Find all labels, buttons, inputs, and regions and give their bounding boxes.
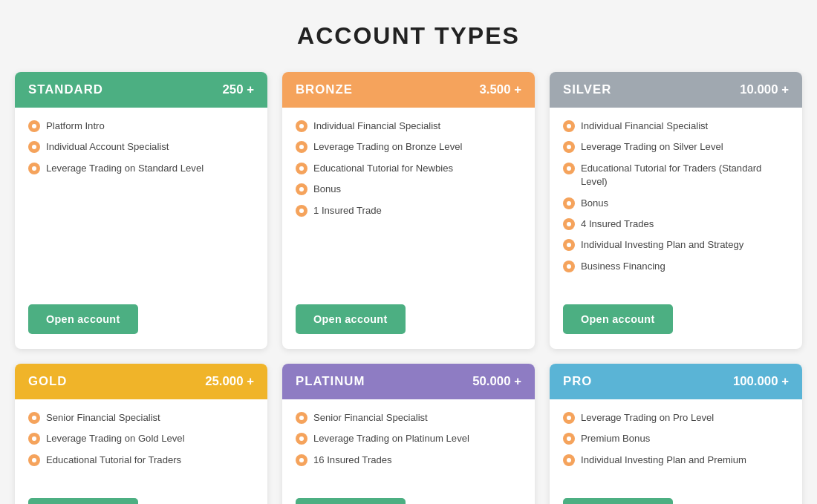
check-icon: [296, 454, 307, 466]
feature-text: 1 Insured Trade: [313, 204, 382, 217]
feature-text: Bonus: [581, 197, 608, 210]
card-body-silver: Individual Financial SpecialistLeverage …: [550, 108, 802, 292]
feature-text: Bonus: [313, 183, 341, 196]
list-item: Leverage Trading on Pro Level: [563, 411, 789, 425]
account-min-standard: 250 +: [223, 82, 254, 97]
card-footer-bronze: Open account: [282, 292, 535, 349]
feature-text: Individual Financial Specialist: [313, 120, 440, 133]
card-footer-platinum: Open account: [282, 486, 535, 504]
feature-text: Leverage Trading on Gold Level: [46, 432, 185, 445]
check-icon: [296, 141, 307, 153]
card-footer-standard: Open account: [15, 292, 267, 349]
feature-text: Business Financing: [581, 260, 665, 273]
check-icon: [563, 454, 575, 466]
check-icon: [563, 218, 575, 230]
list-item: Educational Tutorial for Traders: [28, 454, 254, 467]
card-pro: PRO100.000 +Leverage Trading on Pro Leve…: [550, 364, 802, 504]
account-min-pro: 100.000 +: [733, 374, 789, 389]
card-body-platinum: Senior Financial SpecialistLeverage Trad…: [282, 399, 535, 486]
feature-text: Individual Financial Specialist: [581, 120, 708, 133]
feature-text: Educational Tutorial for Newbies: [313, 162, 453, 175]
feature-text: Senior Financial Specialist: [313, 411, 428, 425]
check-icon: [563, 120, 575, 132]
open-account-button-standard[interactable]: Open account: [28, 304, 138, 334]
list-item: Bonus: [563, 197, 789, 210]
card-bronze: BRONZE3.500 +Individual Financial Specia…: [282, 72, 535, 349]
list-item: 1 Insured Trade: [296, 204, 521, 217]
page-title: ACCOUNT TYPES: [15, 22, 802, 50]
check-icon: [296, 183, 307, 195]
feature-text: 16 Insured Trades: [313, 454, 392, 467]
list-item: Senior Financial Specialist: [296, 411, 521, 425]
list-item: Bonus: [296, 183, 521, 196]
check-icon: [28, 454, 40, 466]
feature-text: Platform Intro: [46, 120, 105, 133]
feature-text: Individual Investing Plan and Strategy: [581, 238, 743, 252]
check-icon: [563, 239, 575, 251]
feature-text: Leverage Trading on Platinum Level: [313, 432, 469, 445]
account-name-standard: STANDARD: [28, 82, 103, 97]
open-account-button-platinum[interactable]: Open account: [296, 498, 406, 504]
feature-text: Individual Account Specialist: [46, 140, 169, 154]
list-item: Leverage Trading on Standard Level: [28, 162, 254, 175]
card-body-pro: Leverage Trading on Pro LevelPremium Bon…: [550, 399, 802, 486]
feature-text: Leverage Trading on Standard Level: [46, 162, 204, 175]
check-icon: [296, 120, 307, 132]
list-item: Educational Tutorial for Traders (Standa…: [563, 162, 789, 189]
feature-text: Educational Tutorial for Traders: [46, 454, 181, 467]
account-name-platinum: PLATINUM: [296, 374, 365, 389]
card-header-pro: PRO100.000 +: [550, 364, 802, 399]
card-header-gold: GOLD25.000 +: [15, 364, 267, 399]
list-item: Individual Financial Specialist: [563, 120, 789, 133]
open-account-button-pro[interactable]: Open account: [563, 498, 673, 504]
card-gold: GOLD25.000 +Senior Financial SpecialistL…: [15, 364, 267, 504]
check-icon: [296, 412, 307, 424]
list-item: 4 Insured Trades: [563, 217, 789, 231]
list-item: Individual Investing Plan and Premium: [563, 454, 789, 467]
check-icon: [563, 412, 575, 424]
list-item: Educational Tutorial for Newbies: [296, 162, 521, 175]
feature-text: 4 Insured Trades: [581, 217, 654, 231]
feature-text: Premium Bonus: [581, 432, 650, 445]
list-item: Business Financing: [563, 260, 789, 273]
card-header-platinum: PLATINUM50.000 +: [282, 364, 535, 399]
card-header-standard: STANDARD250 +: [15, 72, 267, 108]
list-item: Leverage Trading on Silver Level: [563, 140, 789, 154]
open-account-button-silver[interactable]: Open account: [563, 304, 673, 334]
check-icon: [563, 197, 575, 209]
check-icon: [563, 433, 575, 445]
card-header-silver: SILVER10.000 +: [550, 72, 802, 108]
card-footer-silver: Open account: [550, 292, 802, 349]
check-icon: [296, 163, 307, 174]
list-item: 16 Insured Trades: [296, 454, 521, 467]
feature-text: Individual Investing Plan and Premium: [581, 454, 746, 467]
card-silver: SILVER10.000 +Individual Financial Speci…: [550, 72, 802, 349]
check-icon: [28, 163, 40, 174]
account-name-silver: SILVER: [563, 82, 611, 97]
card-standard: STANDARD250 +Platform IntroIndividual Ac…: [15, 72, 267, 349]
open-account-button-bronze[interactable]: Open account: [296, 304, 406, 334]
list-item: Individual Investing Plan and Strategy: [563, 238, 789, 252]
feature-text: Senior Financial Specialist: [46, 411, 160, 425]
list-item: Senior Financial Specialist: [28, 411, 254, 425]
feature-text: Leverage Trading on Pro Level: [581, 411, 714, 425]
check-icon: [563, 163, 575, 174]
list-item: Platform Intro: [28, 120, 254, 133]
check-icon: [563, 261, 575, 272]
account-min-gold: 25.000 +: [205, 374, 254, 389]
account-name-gold: GOLD: [28, 374, 67, 389]
check-icon: [28, 141, 40, 153]
card-platinum: PLATINUM50.000 +Senior Financial Special…: [282, 364, 535, 504]
check-icon: [28, 412, 40, 424]
card-body-standard: Platform IntroIndividual Account Special…: [15, 108, 267, 292]
check-icon: [28, 433, 40, 445]
open-account-button-gold[interactable]: Open account: [28, 498, 138, 504]
list-item: Premium Bonus: [563, 432, 789, 445]
feature-text: Educational Tutorial for Traders (Standa…: [581, 162, 789, 189]
feature-text: Leverage Trading on Bronze Level: [313, 140, 462, 154]
card-header-bronze: BRONZE3.500 +: [282, 72, 535, 108]
check-icon: [28, 120, 40, 132]
card-body-bronze: Individual Financial SpecialistLeverage …: [282, 108, 535, 292]
account-name-pro: PRO: [563, 374, 592, 389]
list-item: Individual Account Specialist: [28, 140, 254, 154]
